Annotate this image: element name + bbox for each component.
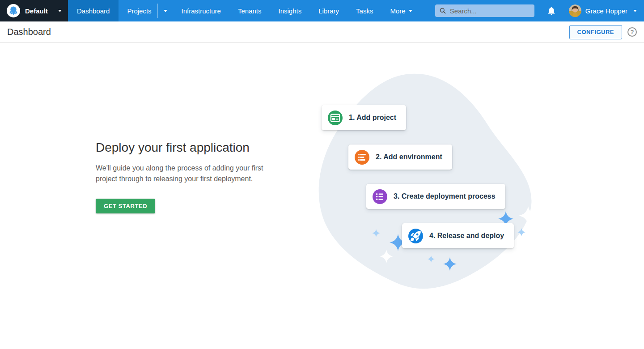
space-name: Default bbox=[25, 7, 58, 15]
sparkle-icon bbox=[443, 257, 457, 271]
step-card-add-project: 1. Add project bbox=[322, 105, 406, 130]
rocket-icon bbox=[408, 229, 423, 243]
step-card-add-environment: 2. Add environment bbox=[348, 145, 452, 170]
nav-item-more[interactable]: More bbox=[381, 0, 420, 21]
step-card-release-and-deploy: 4. Release and deploy bbox=[402, 223, 514, 248]
chevron-down-icon bbox=[409, 10, 412, 12]
avatar[interactable] bbox=[569, 4, 581, 17]
nav-item-tenants[interactable]: Tenants bbox=[229, 0, 270, 21]
nav-item-projects[interactable]: Projects bbox=[119, 0, 157, 21]
project-window-icon bbox=[328, 111, 343, 125]
notifications-bell-icon[interactable] bbox=[547, 6, 556, 16]
nav-item-tasks[interactable]: Tasks bbox=[347, 0, 381, 21]
nav-item-insights[interactable]: Insights bbox=[270, 0, 310, 21]
sparkle-icon bbox=[519, 206, 538, 225]
sparkle-icon bbox=[380, 250, 393, 263]
octopus-logo-icon bbox=[7, 4, 20, 17]
step-label: 2. Add environment bbox=[376, 153, 442, 161]
configure-button[interactable]: CONFIGURE bbox=[569, 25, 623, 39]
onboarding-description: We'll guide you along the process of add… bbox=[96, 163, 273, 184]
step-label: 4. Release and deploy bbox=[429, 232, 504, 240]
nav-tabs: Dashboard Projects Infrastructure Tenant… bbox=[68, 0, 421, 21]
nav-item-more-label: More bbox=[390, 7, 405, 15]
sparkle-icon bbox=[517, 228, 525, 236]
nav-item-projects-dropdown[interactable] bbox=[158, 0, 173, 21]
search-input[interactable] bbox=[435, 4, 534, 17]
search-box bbox=[435, 4, 534, 17]
sparkle-icon bbox=[372, 229, 380, 237]
user-name[interactable]: Grace Hopper bbox=[585, 7, 627, 15]
step-label: 1. Add project bbox=[349, 114, 396, 122]
step-label: 3. Create deployment process bbox=[394, 192, 496, 200]
page-header: Dashboard CONFIGURE ? bbox=[0, 21, 644, 43]
get-started-button[interactable]: GET STARTED bbox=[96, 199, 155, 213]
page-header-actions: CONFIGURE ? bbox=[569, 25, 637, 39]
help-icon[interactable]: ? bbox=[627, 27, 637, 37]
nav-item-infrastructure[interactable]: Infrastructure bbox=[173, 0, 229, 21]
search-icon bbox=[439, 7, 446, 14]
process-list-icon bbox=[373, 189, 387, 204]
top-nav: Default Dashboard Projects Infrastructur… bbox=[0, 0, 644, 21]
onboarding-dashboard: Deploy your first application We'll guid… bbox=[0, 43, 644, 349]
environment-list-icon bbox=[355, 150, 369, 165]
space-switcher[interactable]: Default bbox=[0, 0, 68, 21]
page-title: Dashboard bbox=[7, 27, 51, 37]
nav-item-dashboard[interactable]: Dashboard bbox=[68, 0, 119, 21]
chevron-down-icon bbox=[164, 10, 167, 12]
onboarding-heading: Deploy your first application bbox=[96, 140, 284, 156]
chevron-down-icon bbox=[58, 10, 62, 12]
onboarding-intro: Deploy your first application We'll guid… bbox=[96, 140, 284, 213]
chevron-down-icon[interactable] bbox=[633, 10, 637, 12]
sparkle-icon bbox=[428, 255, 435, 263]
step-card-create-deployment-process: 3. Create deployment process bbox=[366, 184, 505, 209]
nav-item-library[interactable]: Library bbox=[310, 0, 347, 21]
nav-right: Grace Hopper bbox=[435, 0, 644, 21]
